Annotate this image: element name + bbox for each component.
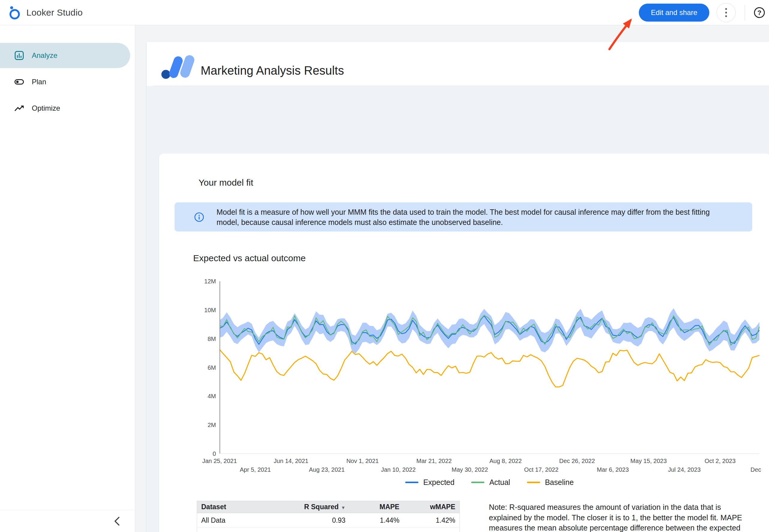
x-tick-label: Oct 17, 2022 bbox=[517, 466, 565, 473]
legend-label: Actual bbox=[489, 478, 510, 487]
sidebar-item-optimize[interactable]: Optimize bbox=[0, 96, 130, 121]
model-fit-card: Your model fit Model fit is a measure of… bbox=[159, 154, 769, 532]
x-tick-label: Jul 24, 2023 bbox=[660, 466, 708, 473]
sort-desc-icon: ▼ bbox=[341, 505, 346, 510]
x-tick-label: Dec bbox=[732, 466, 769, 473]
table-empty-area bbox=[197, 528, 460, 532]
y-tick-label: 4M bbox=[159, 392, 216, 400]
table-header-mape[interactable]: MAPE bbox=[350, 501, 404, 513]
x-tick-label: Nov 1, 2021 bbox=[339, 458, 387, 465]
y-tick-label: 12M bbox=[159, 277, 216, 285]
x-tick-label: Dec 26, 2022 bbox=[553, 458, 601, 465]
x-tick-label: Oct 2, 2023 bbox=[696, 458, 744, 465]
legend-swatch bbox=[405, 482, 418, 483]
x-tick-label: Mar 21, 2022 bbox=[410, 458, 458, 465]
x-tick-label: Mar 6, 2023 bbox=[589, 466, 637, 473]
x-tick-label: Aug 8, 2022 bbox=[482, 458, 530, 465]
meridian-logo-icon bbox=[161, 54, 195, 81]
report-body: Your model fit Model fit is a measure of… bbox=[147, 86, 769, 532]
y-tick-label: 6M bbox=[159, 364, 216, 372]
model-fit-info-text: Model fit is a measure of how well your … bbox=[217, 207, 723, 227]
topbar-divider bbox=[745, 5, 745, 20]
main-area: Marketing Analysis Results Your model fi… bbox=[135, 25, 769, 532]
legend-swatch bbox=[471, 482, 484, 483]
y-tick-label: 8M bbox=[159, 335, 216, 343]
help-icon: ? bbox=[753, 7, 765, 19]
cell-mape: 1.44% bbox=[350, 513, 404, 528]
more-options-button[interactable] bbox=[717, 3, 736, 22]
sidebar-item-label: Plan bbox=[32, 78, 46, 86]
edit-and-share-button[interactable]: Edit and share bbox=[639, 4, 709, 22]
sidebar-item-analyze[interactable]: Analyze bbox=[0, 43, 130, 68]
x-tick-label: May 15, 2023 bbox=[624, 458, 672, 465]
toggle-icon bbox=[14, 76, 25, 87]
x-tick-label: May 30, 2022 bbox=[446, 466, 494, 473]
info-icon bbox=[194, 212, 205, 224]
legend-swatch bbox=[527, 482, 540, 483]
legend-item-expected: Expected bbox=[405, 478, 454, 487]
legend-label: Expected bbox=[423, 478, 454, 487]
looker-studio-logo-icon bbox=[8, 5, 21, 20]
model-fit-info-banner: Model fit is a measure of how well your … bbox=[175, 202, 752, 232]
report-header: Marketing Analysis Results bbox=[147, 42, 769, 86]
sidebar-item-plan[interactable]: Plan bbox=[0, 69, 130, 94]
legend-item-actual: Actual bbox=[471, 478, 510, 487]
table-header-wmape[interactable]: wMAPE bbox=[404, 501, 460, 513]
sidebar-item-label: Analyze bbox=[32, 51, 57, 60]
table-header-r-squared[interactable]: R Squared▼ bbox=[278, 501, 350, 513]
svg-text:?: ? bbox=[757, 9, 761, 16]
x-tick-label: Aug 23, 2021 bbox=[303, 466, 351, 473]
x-tick-label: Apr 5, 2021 bbox=[231, 466, 279, 473]
sidebar-item-label: Optimize bbox=[32, 104, 60, 112]
baseline-line bbox=[220, 349, 759, 387]
table-header-dataset[interactable]: Dataset bbox=[197, 501, 278, 513]
chart-title: Expected vs actual outcome bbox=[193, 253, 306, 263]
analytics-icon bbox=[14, 50, 25, 61]
legend-item-baseline: Baseline bbox=[527, 478, 574, 487]
sidebar-footer bbox=[0, 510, 135, 532]
expected-vs-actual-chart: 02M4M6M8M10M12M Jan 25, 2021Jun 14, 2021… bbox=[159, 278, 764, 492]
table-row: All Data 0.93 1.44% 1.42% bbox=[197, 513, 460, 528]
kebab-menu-icon bbox=[725, 8, 727, 10]
report-title: Marketing Analysis Results bbox=[201, 64, 344, 77]
cell-wmape: 1.42% bbox=[404, 513, 460, 528]
card-title: Your model fit bbox=[199, 178, 253, 188]
collapse-sidebar-button[interactable] bbox=[112, 515, 122, 527]
y-tick-label: 2M bbox=[159, 421, 216, 429]
y-tick-label: 0 bbox=[159, 450, 216, 458]
report-canvas[interactable]: Marketing Analysis Results Your model fi… bbox=[147, 42, 769, 532]
topbar: Looker Studio Edit and share ? bbox=[0, 0, 769, 25]
app-brand: Looker Studio bbox=[0, 5, 83, 20]
help-button[interactable]: ? bbox=[753, 7, 765, 19]
x-tick-label: Jun 14, 2021 bbox=[267, 458, 315, 465]
cell-r-squared: 0.93 bbox=[278, 513, 350, 528]
model-fit-table: Dataset R Squared▼ MAPE wMAPE All Data 0… bbox=[197, 501, 460, 532]
metrics-note: Note: R-squared measures the amount of v… bbox=[489, 502, 750, 532]
cell-dataset: All Data bbox=[197, 513, 278, 528]
table-header-row: Dataset R Squared▼ MAPE wMAPE bbox=[197, 501, 460, 513]
legend-label: Baseline bbox=[545, 478, 574, 487]
chevron-left-icon bbox=[113, 516, 121, 526]
x-tick-label: Jan 10, 2022 bbox=[374, 466, 422, 473]
sidebar: Analyze Plan Optimize bbox=[0, 25, 135, 532]
trending-up-icon bbox=[14, 103, 25, 114]
x-tick-label: Jan 25, 2021 bbox=[196, 458, 244, 465]
outcome-chart-plot[interactable] bbox=[220, 281, 759, 454]
app-name: Looker Studio bbox=[26, 7, 83, 18]
y-tick-label: 10M bbox=[159, 306, 216, 314]
credible-band-area bbox=[220, 308, 759, 354]
chart-legend: Expected Actual Baseline bbox=[220, 478, 759, 487]
